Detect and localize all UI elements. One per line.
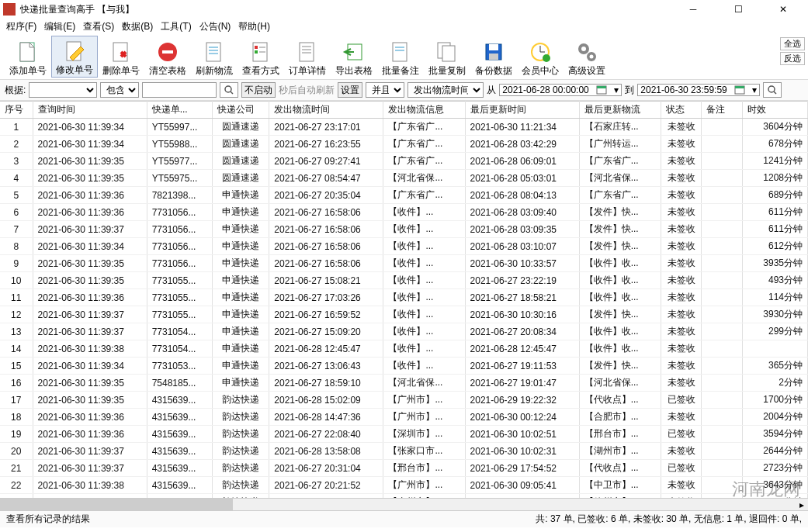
cell: 【收件】... — [383, 306, 465, 323]
tool-copy[interactable]: 批量复制 — [424, 36, 470, 78]
cell: 2021-06-30 11:39:37 — [33, 323, 147, 340]
tool-backup[interactable]: 备份数据 — [470, 36, 517, 78]
date-to[interactable]: 2021-06-30 23:59:59▾ — [637, 84, 760, 96]
table-row[interactable]: 222021-06-30 11:39:384315639...韵达快递2021-… — [0, 477, 808, 494]
col-header[interactable]: 最后更新物流 — [579, 102, 661, 119]
horizontal-scrollbar[interactable]: ◂ ▸ — [0, 498, 808, 510]
svg-line-43 — [774, 92, 776, 94]
cell: 【河北省保... — [579, 170, 661, 187]
table-row[interactable]: 92021-06-30 11:39:357731056...申通快递2021-0… — [0, 255, 808, 272]
svg-point-36 — [225, 86, 231, 92]
cell: 5 — [0, 187, 33, 204]
filter-input[interactable] — [142, 82, 217, 98]
cell: 未签收 — [661, 443, 702, 460]
tool-view[interactable]: 查看方式 — [238, 36, 284, 78]
col-header[interactable]: 最后更新时间 — [465, 102, 579, 119]
match-select[interactable]: 包含 — [100, 82, 139, 98]
table-row[interactable]: 62021-06-30 11:39:367731056...申通快递2021-0… — [0, 204, 808, 221]
svg-rect-23 — [442, 46, 455, 61]
tool-clear[interactable]: 清空表格 — [144, 36, 191, 78]
maximize-button[interactable]: ☐ — [723, 2, 754, 17]
menu-notice[interactable]: 公告(N) — [199, 20, 231, 33]
cell: 【广东省广... — [579, 153, 661, 170]
col-header[interactable]: 状态 — [661, 102, 702, 119]
table-row[interactable]: 162021-06-30 11:39:357548185...申通快递2021-… — [0, 375, 808, 392]
cell: 4315639... — [147, 460, 212, 477]
tool-label: 会员中心 — [522, 64, 559, 78]
cell: 未签收 — [661, 340, 702, 358]
col-header[interactable]: 发出物流信息 — [383, 102, 465, 119]
field-select[interactable] — [29, 82, 97, 98]
table-row[interactable]: 132021-06-30 11:39:377731054...申通快递2021-… — [0, 323, 808, 340]
cell: 【收件】... — [383, 358, 465, 375]
table-row[interactable]: 182021-06-30 11:39:364315639...韵达快递2021-… — [0, 409, 808, 426]
tool-add[interactable]: 添加单号 — [5, 36, 51, 78]
settings-icon — [574, 40, 599, 64]
scroll-thumb[interactable] — [0, 499, 233, 510]
menu-view[interactable]: 查看(S) — [83, 20, 114, 33]
col-header[interactable]: 发出物流时间 — [269, 102, 383, 119]
tool-note[interactable]: 批量备注 — [377, 36, 424, 78]
tool-detail[interactable]: 订单详情 — [284, 36, 331, 78]
select-all-button[interactable]: 全选 — [780, 37, 805, 50]
search-button[interactable] — [220, 82, 238, 98]
col-header[interactable]: 快递公司 — [212, 102, 269, 119]
ship-time-select[interactable]: 发出物流时间 — [407, 82, 484, 98]
cell: 【河北省保... — [383, 170, 465, 187]
col-header[interactable]: 时效 — [742, 102, 807, 119]
close-button[interactable]: ✕ — [768, 2, 799, 17]
table-row[interactable]: 22021-06-30 11:39:34YT55988...圆通速递2021-0… — [0, 136, 808, 153]
col-header[interactable]: 查询时间 — [33, 102, 147, 119]
col-header[interactable]: 快递单... — [147, 102, 212, 119]
table-row[interactable]: 172021-06-30 11:39:354315639...韵达快递2021-… — [0, 392, 808, 409]
cell — [702, 119, 743, 136]
svg-rect-41 — [735, 86, 744, 88]
table-row[interactable]: 32021-06-30 11:39:35YT55977...圆通速递2021-0… — [0, 153, 808, 170]
table-row[interactable]: 52021-06-30 11:39:367821398...申通快递2021-0… — [0, 187, 808, 204]
no-start-button[interactable]: 不启动 — [241, 82, 276, 98]
table-row[interactable]: 72021-06-30 11:39:377731056...申通快递2021-0… — [0, 221, 808, 238]
tool-member[interactable]: 会员中心 — [517, 36, 564, 78]
menu-data[interactable]: 数据(B) — [122, 20, 153, 33]
minimize-button[interactable]: ─ — [678, 2, 709, 17]
menu-edit[interactable]: 编辑(E) — [44, 20, 75, 33]
menu-tools[interactable]: 工具(T) — [161, 20, 191, 33]
table-row[interactable]: 12021-06-30 11:39:34YT55997...圆通速递2021-0… — [0, 119, 808, 136]
cell — [702, 204, 743, 221]
table-row[interactable]: 102021-06-30 11:39:357731055...申通快递2021-… — [0, 272, 808, 289]
table-row[interactable]: 152021-06-30 11:39:347731053...申通快递2021-… — [0, 358, 808, 375]
col-header[interactable]: 备注 — [702, 102, 743, 119]
tool-settings[interactable]: 高级设置 — [564, 36, 610, 78]
table-row[interactable]: 192021-06-30 11:39:364315639...韵达快递2021-… — [0, 426, 808, 443]
cell: 2021-06-27 20:35:04 — [269, 187, 383, 204]
invert-button[interactable]: 反选 — [780, 52, 805, 65]
view-icon — [248, 40, 273, 64]
date-search-button[interactable] — [763, 82, 782, 98]
table-row[interactable]: 42021-06-30 11:39:35YT55975...圆通速递2021-0… — [0, 170, 808, 187]
table-row[interactable]: 142021-06-30 11:39:387731054...申通快递2021-… — [0, 340, 808, 358]
svg-point-31 — [543, 54, 550, 62]
cell: 7731055... — [147, 272, 212, 289]
tool-edit[interactable]: 修改单号 — [51, 36, 98, 78]
table-row[interactable]: 122021-06-30 11:39:377731055...申通快递2021-… — [0, 306, 808, 323]
col-header[interactable]: 序号 — [0, 102, 33, 119]
cell: 【收件】... — [383, 255, 465, 272]
date-from[interactable]: 2021-06-28 00:00:00▾ — [499, 84, 622, 96]
tool-export[interactable]: 导出表格 — [331, 36, 377, 78]
cell: 2021-06-28 13:58:08 — [269, 443, 383, 460]
tool-refresh[interactable]: 刷新物流 — [191, 36, 238, 78]
table-row[interactable]: 212021-06-30 11:39:374315639...韵达快递2021-… — [0, 460, 808, 477]
tool-delete[interactable]: 删除单号 — [98, 36, 144, 78]
table-row[interactable]: 202021-06-30 11:39:374315639...韵达快递2021-… — [0, 443, 808, 460]
scroll-right-icon[interactable]: ▸ — [796, 499, 808, 510]
cell: 2644分钟 — [742, 443, 807, 460]
table-row[interactable]: 112021-06-30 11:39:367731055...申通快递2021-… — [0, 289, 808, 306]
menu-program[interactable]: 程序(F) — [6, 20, 36, 33]
table-row[interactable]: 82021-06-30 11:39:347731056...申通快递2021-0… — [0, 238, 808, 255]
menu-help[interactable]: 帮助(H) — [238, 20, 270, 33]
cell — [702, 238, 743, 255]
data-grid[interactable]: 序号查询时间快递单...快递公司发出物流时间发出物流信息最后更新时间最后更新物流… — [0, 101, 808, 498]
svg-line-37 — [231, 92, 233, 94]
settings-button[interactable]: 设置 — [338, 82, 362, 98]
and-select[interactable]: 并且 — [366, 82, 404, 98]
